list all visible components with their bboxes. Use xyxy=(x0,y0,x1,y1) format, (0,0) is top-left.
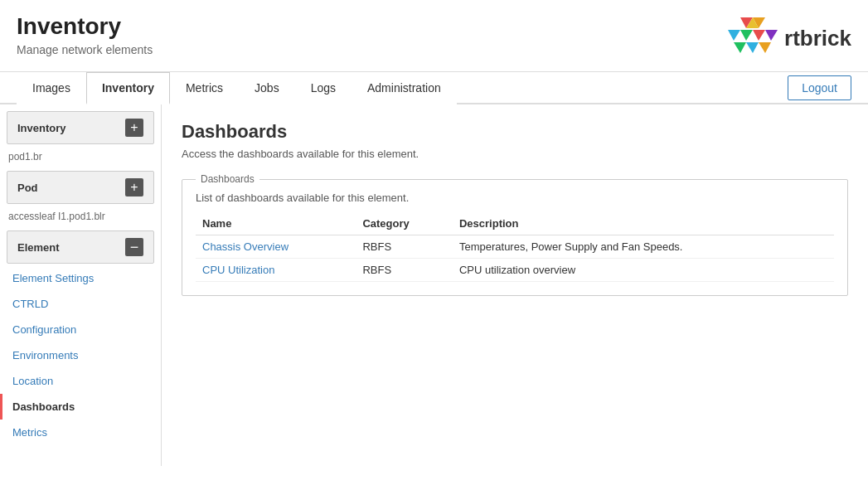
sidebar: Inventory + pod1.br Pod + accessleaf I1.… xyxy=(0,104,162,466)
sidebar-inventory-header: Inventory + xyxy=(7,111,154,144)
sidebar-inventory-label: Inventory xyxy=(17,122,66,134)
tab-logs[interactable]: Logs xyxy=(295,72,352,104)
tab-jobs[interactable]: Jobs xyxy=(239,72,295,104)
page-title: Inventory xyxy=(17,13,153,40)
sidebar-pod-section-label: Pod xyxy=(17,182,38,194)
brand-name-text: rtbrick xyxy=(784,26,851,51)
rtbrick-logo-icon xyxy=(728,13,778,63)
dashboard-category-1: RBFS xyxy=(356,259,453,282)
sidebar-item-ctrld[interactable]: CTRLD xyxy=(0,291,161,317)
page-subtitle: Manage network elements xyxy=(17,43,153,56)
dashboard-link-0[interactable]: Chassis Overview xyxy=(202,240,289,253)
svg-marker-9 xyxy=(759,42,771,53)
svg-marker-8 xyxy=(746,42,759,53)
content-subtitle: Access the dashboards available for this… xyxy=(182,148,848,160)
dashboards-fieldset: Dashboards List of dashboards available … xyxy=(182,173,848,296)
brand-logo: rtbrick xyxy=(728,13,851,63)
sidebar-pod-add-button[interactable]: + xyxy=(125,178,143,196)
svg-marker-4 xyxy=(740,30,753,41)
sidebar-item-dashboards[interactable]: Dashboards xyxy=(0,394,161,420)
logout-button[interactable]: Logout xyxy=(788,75,851,100)
dashboard-description-1: CPU utilization overview xyxy=(453,259,834,282)
table-header-description: Description xyxy=(453,212,834,235)
page-header: Inventory Manage network elements rtbric… xyxy=(0,0,868,72)
sidebar-element-minus-button[interactable]: − xyxy=(125,238,143,256)
header-title-block: Inventory Manage network elements xyxy=(17,13,153,56)
sidebar-item-metrics[interactable]: Metrics xyxy=(0,420,161,445)
dashboard-category-0: RBFS xyxy=(356,235,453,259)
sidebar-pod-header: Pod + xyxy=(7,171,154,204)
sidebar-inventory-add-button[interactable]: + xyxy=(125,119,143,137)
sidebar-item-element-settings[interactable]: Element Settings xyxy=(0,265,161,291)
sidebar-item-location[interactable]: Location xyxy=(0,368,161,394)
nav-bar: Images Inventory Metrics Jobs Logs Admin… xyxy=(0,72,868,104)
table-header-name: Name xyxy=(196,212,356,235)
sidebar-element-header: Element − xyxy=(7,230,154,264)
tab-administration[interactable]: Administration xyxy=(352,72,457,104)
dashboard-description-0: Temperatures, Power Supply and Fan Speed… xyxy=(453,235,834,259)
main-layout: Inventory + pod1.br Pod + accessleaf I1.… xyxy=(0,104,868,466)
svg-marker-5 xyxy=(753,30,765,41)
sidebar-element-label: accessleaf I1.pod1.blr xyxy=(0,206,161,224)
sidebar-item-environments[interactable]: Environments xyxy=(0,342,161,368)
tab-inventory[interactable]: Inventory xyxy=(86,72,170,104)
table-row: CPU UtilizationRBFSCPU utilization overv… xyxy=(196,259,834,282)
svg-marker-3 xyxy=(728,30,740,41)
nav-tabs: Images Inventory Metrics Jobs Logs Admin… xyxy=(17,72,457,103)
tab-images[interactable]: Images xyxy=(17,72,86,104)
table-row: Chassis OverviewRBFSTemperatures, Power … xyxy=(196,235,834,259)
dashboard-link-1[interactable]: CPU Utilization xyxy=(202,264,274,276)
tab-metrics[interactable]: Metrics xyxy=(170,72,239,104)
main-content: Dashboards Access the dashboards availab… xyxy=(162,104,868,466)
table-header-category: Category xyxy=(356,212,453,235)
svg-marker-7 xyxy=(734,42,746,53)
sidebar-item-configuration[interactable]: Configuration xyxy=(0,317,161,342)
dashboards-table: Name Category Description Chassis Overvi… xyxy=(196,212,834,282)
content-title: Dashboards xyxy=(182,121,848,143)
sidebar-element-section-label: Element xyxy=(17,241,60,254)
dashboards-legend: Dashboards xyxy=(196,173,259,185)
sidebar-pod-label: pod1.br xyxy=(0,146,161,164)
svg-marker-6 xyxy=(765,30,778,41)
dashboards-list-subtitle: List of dashboards available for this el… xyxy=(196,192,834,204)
